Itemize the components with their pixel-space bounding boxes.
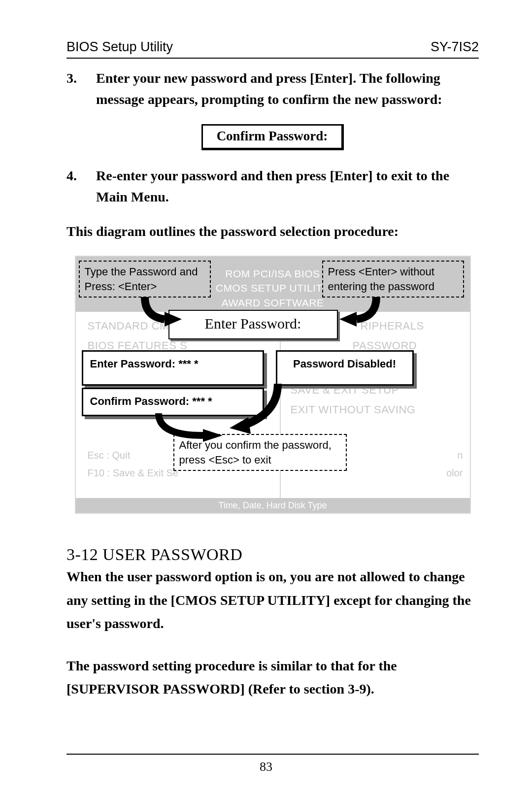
help-text: F10 : Save & Exit Se <box>88 467 179 479</box>
page-number: 83 <box>0 760 532 774</box>
help-text: n <box>457 450 463 461</box>
header-left: BIOS Setup Utility <box>66 39 173 55</box>
callout-after-confirm: After you confirm the password, press <E… <box>173 434 347 471</box>
enter-password-box: Enter Password: *** * <box>82 350 264 386</box>
callout-type-password: Type the Password and Press: <Enter> <box>79 261 211 298</box>
section-paragraph-1: When the user password option is on, you… <box>66 565 479 635</box>
svg-marker-1 <box>339 312 357 327</box>
help-text: Esc : Quit <box>88 450 131 461</box>
confirm-password-box2: Confirm Password: *** * <box>82 388 264 416</box>
footer-rule <box>66 754 479 755</box>
confirm-password-box-wrap: Confirm Password: <box>66 124 479 150</box>
section-paragraph-2: The password setting procedure is simila… <box>66 654 479 701</box>
step-3-text: Enter your new password and press [Enter… <box>96 67 479 110</box>
help-text: olor <box>446 467 463 479</box>
svg-marker-3 <box>230 417 251 434</box>
menu-item: EXIT WITHOUT SAVING <box>291 403 416 416</box>
step-3-number: 3. <box>66 67 96 110</box>
step-3: 3. Enter your new password and press [En… <box>66 67 479 110</box>
page-header: BIOS Setup Utility SY-7IS2 <box>66 39 479 59</box>
header-right: SY-7IS2 <box>431 39 479 55</box>
menu-item: RIPHERALS <box>361 320 424 332</box>
password-diagram: ROM PCI/ISA BIOS CMOS SETUP UTILITY AWAR… <box>75 256 471 514</box>
confirm-password-box: Confirm Password: <box>201 124 344 150</box>
section-heading: 3-12 USER PASSWORD <box>66 545 479 564</box>
password-disabled-box: Password Disabled! <box>276 350 414 386</box>
enter-password-title-box: Enter Password: <box>168 310 338 339</box>
step-4: 4. Re-enter your password and then press… <box>66 165 479 208</box>
diagram-intro: This diagram outlines the password selec… <box>66 221 479 242</box>
diagram-footer-bar: Time, Date, Hard Disk Type <box>76 498 470 513</box>
step-4-number: 4. <box>66 165 96 208</box>
step-4-text: Re-enter your password and then press [E… <box>96 165 479 208</box>
callout-press-enter-empty: Press <Enter> without entering the passw… <box>322 261 464 298</box>
